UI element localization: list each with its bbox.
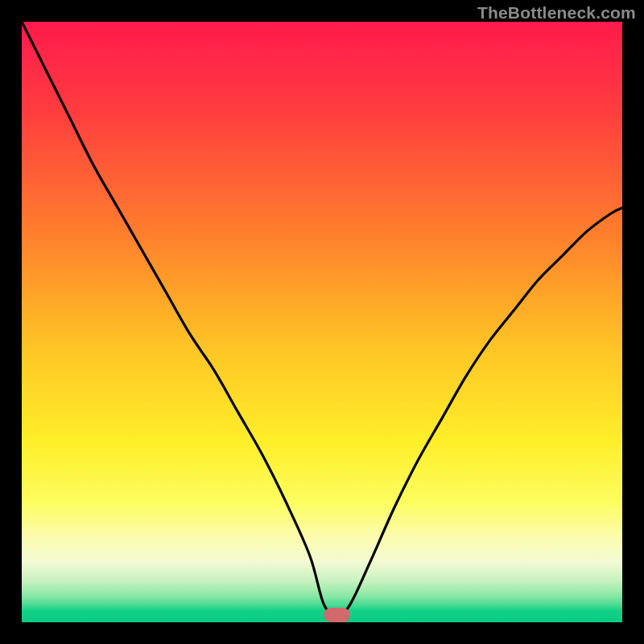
optimal-marker [324, 608, 350, 622]
bottleneck-curve [22, 22, 622, 622]
plot-area [22, 22, 622, 622]
chart-frame: TheBottleneck.com [0, 0, 644, 644]
watermark-text: TheBottleneck.com [477, 3, 636, 23]
